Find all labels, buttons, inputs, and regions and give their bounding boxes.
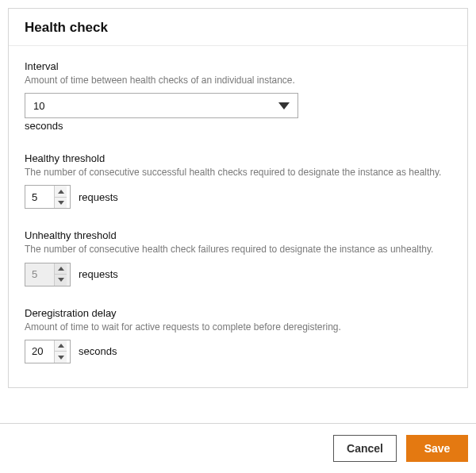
interval-unit: seconds (25, 120, 451, 132)
unhealthy-threshold-input (25, 263, 54, 286)
save-button[interactable]: Save (406, 435, 468, 462)
deregistration-delay-increment[interactable] (55, 340, 67, 352)
cancel-button[interactable]: Cancel (333, 435, 397, 462)
deregistration-delay-description: Amount of time to wait for active reques… (25, 321, 451, 333)
interval-select-value: 10 (33, 100, 278, 112)
healthy-threshold-description: The number of consecutive successful hea… (25, 166, 451, 179)
healthy-threshold-unit: requests (79, 191, 118, 203)
arrow-down-icon (58, 201, 64, 205)
deregistration-delay-input[interactable] (25, 340, 54, 363)
arrow-up-icon (58, 344, 64, 348)
interval-description: Amount of time between health checks of … (25, 74, 451, 87)
unhealthy-threshold-increment (55, 263, 67, 275)
deregistration-delay-unit: seconds (79, 345, 117, 357)
deregistration-delay-stepper[interactable] (25, 340, 71, 363)
healthy-threshold-decrement[interactable] (55, 197, 67, 209)
healthy-threshold-stepper[interactable] (25, 185, 71, 209)
interval-field: Interval Amount of time between health c… (25, 60, 451, 132)
footer-actions: Cancel Save (0, 423, 476, 473)
health-check-panel: Health check Interval Amount of time bet… (8, 8, 468, 388)
interval-label: Interval (25, 60, 451, 72)
unhealthy-threshold-field: Unhealthy threshold The number of consec… (25, 229, 451, 286)
healthy-threshold-increment[interactable] (55, 186, 67, 197)
deregistration-delay-field: Deregistration delay Amount of time to w… (25, 307, 451, 363)
arrow-down-icon (58, 278, 64, 282)
arrow-down-icon (58, 356, 64, 360)
panel-header: Health check (9, 9, 467, 46)
arrow-up-icon (58, 267, 64, 271)
unhealthy-threshold-decrement (55, 274, 67, 286)
healthy-threshold-field: Healthy threshold The number of consecut… (25, 152, 451, 209)
deregistration-delay-label: Deregistration delay (25, 307, 451, 319)
arrow-up-icon (58, 190, 64, 194)
interval-select[interactable]: 10 (25, 93, 298, 118)
unhealthy-threshold-unit: requests (79, 268, 118, 280)
unhealthy-threshold-stepper (25, 263, 71, 286)
unhealthy-threshold-description: The number of consecutive health check f… (25, 243, 451, 256)
healthy-threshold-label: Healthy threshold (25, 152, 451, 164)
healthy-threshold-input[interactable] (25, 186, 54, 208)
unhealthy-threshold-label: Unhealthy threshold (25, 229, 451, 241)
panel-title: Health check (25, 20, 451, 36)
chevron-down-icon (278, 102, 290, 110)
deregistration-delay-decrement[interactable] (55, 351, 67, 363)
